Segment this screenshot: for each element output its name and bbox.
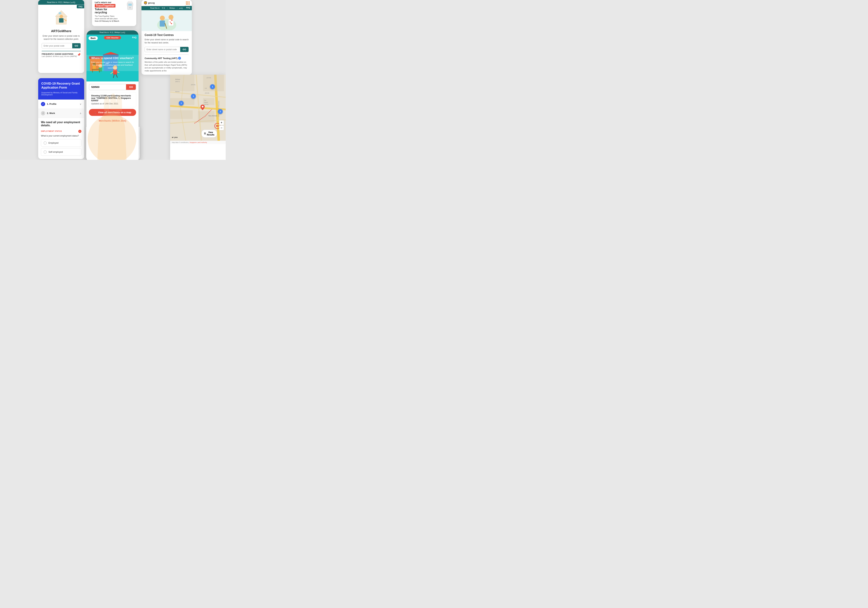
lion-icon: 🦁	[144, 1, 147, 5]
step2-num: 2	[41, 111, 45, 115]
map-pin-3[interactable]: 1	[179, 101, 184, 106]
covid-lang-ta[interactable]: தமிழ்	[179, 7, 183, 9]
covid-search-row: GO	[145, 47, 189, 52]
covid-search-input[interactable]	[145, 47, 180, 52]
cdc-phone-card: Read this in: 中文 | Melayu | தமிழ் Back F…	[87, 30, 138, 160]
map-zoom-in[interactable]: +	[219, 120, 224, 125]
pin-icon: 📌	[77, 53, 81, 56]
cdc-back-button[interactable]: Back	[88, 36, 98, 40]
covid-faq-badge[interactable]: FAQ	[184, 6, 192, 9]
step1-num: ✓	[41, 102, 45, 106]
step1-label: 1. Profile	[47, 103, 56, 105]
covid-art-section: Community ART Testing (ART) i Members of…	[145, 54, 189, 72]
svg-rect-16	[168, 20, 174, 26]
cdc-read-bar: Read this in: 中文 | Melayu | தமிழ்	[87, 30, 138, 34]
map-view-results-button[interactable]: ☰ View Results	[202, 130, 217, 138]
grant-header: COVID-19 Recovery Grant Application Form…	[38, 78, 84, 100]
map-area[interactable]: Bishan (NS17) Bishan Lor Toa Payoh (NS19…	[170, 75, 226, 141]
map-card: Bishan (NS17) Bishan Lor Toa Payoh (NS19…	[170, 75, 226, 160]
svg-rect-13	[160, 20, 165, 26]
svg-line-27	[111, 72, 113, 74]
selfemployed-label: Self-employed	[48, 151, 63, 153]
covid-title: Covid-19 Test Centres	[145, 34, 189, 37]
svg-point-12	[160, 16, 165, 20]
work-description: We need all your employment details.	[41, 121, 81, 127]
art-lang-zh[interactable]: 中文	[58, 1, 62, 3]
map-credit: Map data © contributors, Singapore Land …	[170, 141, 226, 144]
trace-body: Let's return our TraceTogether Token for…	[92, 0, 136, 26]
cdc-lang-zh[interactable]: 中文	[110, 31, 113, 33]
map-pin-1[interactable]: 1	[210, 84, 215, 89]
art-search-row: GO	[42, 43, 81, 48]
svg-rect-2	[59, 12, 61, 14]
app-grid-icon	[186, 2, 190, 5]
near-you-label: ar you	[172, 136, 178, 138]
covid-lang-zh[interactable]: 中文	[162, 7, 165, 9]
svg-rect-19	[172, 20, 172, 21]
svg-point-3	[60, 15, 63, 18]
cdc-result: Showing 12,000 participating merchants n…	[89, 92, 136, 107]
svg-text:Toa: Toa	[204, 100, 206, 101]
map-red-pin	[200, 104, 205, 111]
option-selfemployed[interactable]: Self-employed	[41, 148, 81, 156]
map-credit-link[interactable]: Singapore Land Authority	[189, 142, 207, 143]
map-pin-4[interactable]: 2	[218, 109, 223, 114]
trace-image	[121, 1, 133, 17]
art-faq-section: FREQUENTLY ASKED QUESTIONS Last updated:…	[42, 51, 81, 58]
cdc-voucher-badge: CDC Voucher	[104, 36, 121, 39]
grant-step2[interactable]: 2 2. Work ∧	[38, 109, 84, 118]
radio-selfemployed	[43, 151, 47, 154]
art-lang-ta[interactable]: தமிழ்	[71, 1, 75, 3]
employed-label: Employed	[48, 142, 59, 144]
art-illustration-svg	[53, 8, 69, 27]
step2-label: 2. Work	[47, 112, 55, 115]
covid-go-button[interactable]: GO	[180, 47, 189, 52]
svg-text:Lor: Lor	[205, 87, 207, 89]
covid-lang-ms[interactable]: Melayu	[169, 7, 175, 9]
grant-step1[interactable]: ✓ 1. Profile ∨	[38, 100, 84, 109]
art-description: Enter your street name or postal code to…	[42, 34, 81, 40]
cdc-lang-ta[interactable]: தமிழ்	[121, 31, 126, 33]
art-body: ARTGoWhere Enter your street name or pos…	[38, 27, 84, 60]
svg-rect-9	[128, 4, 132, 6]
cdc-merchants-label: Merchants (Within 2km)	[89, 118, 136, 122]
svg-text:(CC15): (CC15)	[206, 77, 211, 79]
cdc-map-button[interactable]: 📍 View all merchants on a map	[89, 109, 136, 116]
art-read-label: Read this in:	[47, 1, 57, 3]
art-faq-updated: Last updated: dd Mmm yyyy, hh:mm (AM/PM)	[42, 55, 81, 58]
svg-rect-44	[203, 98, 214, 105]
cdc-question-sub: Enter your postal code or street name to…	[90, 61, 135, 70]
map-pin-2[interactable]: 1	[191, 94, 196, 99]
covid-art-title: Community ART Testing (ART) i	[145, 57, 189, 59]
cdc-search-input[interactable]	[89, 84, 126, 90]
trace-sub: The TraceTogether Token return exercise …	[95, 15, 119, 22]
map-zoom-controls: + −	[219, 120, 224, 130]
art-faq-badge[interactable]: FAQ	[77, 5, 84, 8]
emp-status-label: EMPLOYMENT STATUS −	[41, 130, 81, 133]
svg-text:Payoh: Payoh	[204, 102, 208, 103]
trace-lets: Let's return our	[95, 1, 119, 4]
cdc-faq-button[interactable]: FAQ	[132, 36, 136, 39]
trace-brand: TraceTogether	[95, 4, 115, 8]
art-card: Read this in: 中文 | Melayu | தமிழ் FAQ	[38, 0, 84, 73]
list-icon: ☰	[204, 132, 206, 135]
cdc-lang-ms[interactable]: Melayu	[115, 31, 120, 33]
svg-text:Bishan: Bishan	[175, 91, 180, 92]
svg-line-30	[116, 75, 117, 77]
covid-art-info: Members of the public who are tested pos…	[145, 61, 189, 72]
cdc-go-button[interactable]: GO	[126, 84, 136, 90]
cdc-body: GO Showing 12,000 participating merchant…	[87, 81, 138, 124]
art-search-input[interactable]	[42, 43, 72, 48]
option-employed[interactable]: Employed	[41, 139, 81, 147]
trace-date: from 13 February to 12 March	[95, 20, 119, 22]
covid-body: Covid-19 Test Centres Enter your street …	[141, 31, 192, 75]
emp-question: What is your current employment status?	[41, 135, 81, 137]
svg-text:(NS17): (NS17)	[175, 81, 180, 82]
art-lang-ms[interactable]: Melayu	[64, 1, 70, 3]
location-icon: 📍	[94, 111, 97, 114]
cdc-header: Back FAQ CDC Voucher	[87, 34, 138, 81]
map-zoom-out[interactable]: −	[219, 126, 224, 130]
art-go-button[interactable]: GO	[72, 43, 81, 48]
svg-rect-40	[170, 75, 194, 91]
map-roads: Bishan (NS17) Bishan Lor Toa Payoh (NS19…	[170, 75, 226, 141]
